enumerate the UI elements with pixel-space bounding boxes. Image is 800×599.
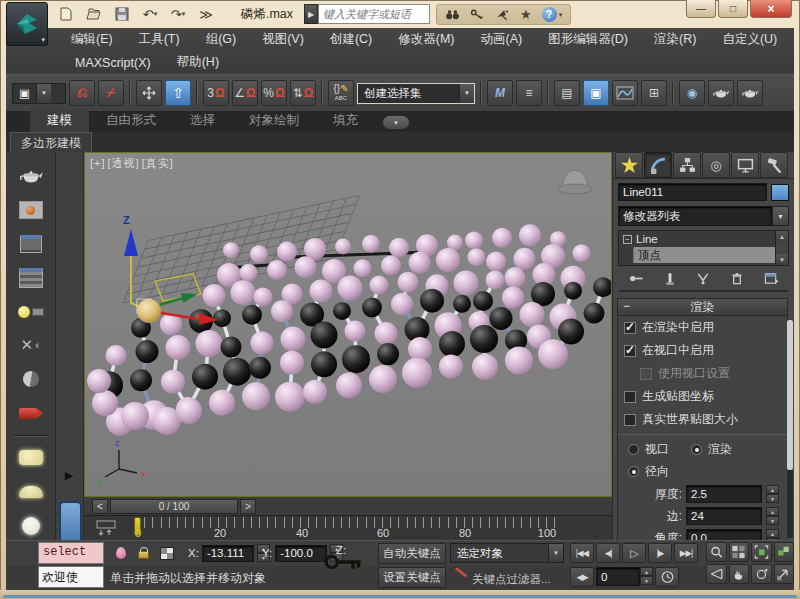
real-world-map-size-checkbox[interactable]: [624, 414, 636, 426]
modifier-list-dropdown[interactable]: 修改器列表: [618, 206, 772, 226]
selection-filter-dropdown[interactable]: ▣ ▼: [12, 83, 66, 104]
minimize-button[interactable]: —: [686, 0, 716, 18]
mini-curve-editor-button[interactable]: [96, 520, 116, 536]
pin-stack-button[interactable]: [624, 268, 648, 288]
menu-modifiers[interactable]: 修改器(M): [385, 29, 467, 50]
gizmo-y-arrow[interactable]: [181, 293, 198, 303]
ribbon-tab-populate[interactable]: 填充: [316, 109, 375, 132]
redo-button[interactable]: ↷▾: [166, 4, 190, 24]
macro-recorder-field[interactable]: select: [38, 542, 104, 564]
search-input[interactable]: [318, 4, 430, 24]
maximize-viewport-toggle[interactable]: [774, 564, 795, 584]
radial-radio[interactable]: [628, 466, 639, 477]
modifier-list-arrow[interactable]: ▼: [772, 206, 789, 226]
render-radio-item[interactable]: 渲染: [691, 441, 732, 458]
selection-set-combobox[interactable]: 选定对象 ▼: [450, 543, 564, 563]
set-keys-key-icon[interactable]: [324, 547, 364, 577]
layout-tabs-arrow[interactable]: ▶: [60, 466, 78, 484]
rollout-collapse-icon[interactable]: −: [623, 299, 630, 313]
audio-video-mute-button[interactable]: ✕◖: [11, 331, 51, 360]
zoom-all-button[interactable]: [729, 542, 750, 562]
auto-key-button[interactable]: 自动关键点: [378, 543, 446, 564]
tab-create[interactable]: [615, 152, 643, 178]
percent-snap-toggle-button[interactable]: %Ω: [261, 80, 287, 106]
undo-button[interactable]: ↶▾: [138, 4, 162, 24]
configure-modifier-sets-button[interactable]: [759, 268, 783, 288]
radial-radio-item[interactable]: 径向: [618, 460, 787, 483]
go-to-start-button[interactable]: |◀◀: [570, 543, 594, 563]
time-configuration-button[interactable]: [655, 567, 679, 587]
search-binoculars-icon[interactable]: [445, 8, 460, 21]
save-file-button[interactable]: [110, 4, 134, 24]
key-mode-toggle[interactable]: ◀▶: [570, 567, 594, 587]
ribbon-tab-modeling[interactable]: 建模: [30, 109, 89, 132]
thickness-field[interactable]: 2.5: [686, 485, 762, 503]
panel-scrollbar-thumb[interactable]: [787, 320, 793, 470]
gizmo-x-arrow[interactable]: [199, 313, 218, 325]
communication-center-icon[interactable]: [495, 8, 510, 21]
panel-scrollbar[interactable]: [787, 320, 793, 538]
enable-in-viewport-checkbox[interactable]: [624, 345, 636, 357]
application-menu-button[interactable]: ▾: [6, 2, 48, 46]
tab-display[interactable]: [731, 152, 759, 178]
frame-spinner[interactable]: ▲▼: [640, 567, 653, 587]
menu-create[interactable]: 创建(C): [317, 29, 385, 50]
previous-frame-button[interactable]: ◀|: [596, 543, 620, 563]
enable-in-renderer-checkbox[interactable]: [624, 322, 636, 334]
selected-vertex[interactable]: [137, 299, 161, 323]
rendered-frame-window-button[interactable]: [708, 80, 734, 106]
select-object-button[interactable]: ⇧: [165, 80, 191, 106]
menu-animation[interactable]: 动画(A): [467, 29, 535, 50]
orbit-button[interactable]: [751, 564, 772, 584]
dome-light-button[interactable]: [11, 477, 51, 506]
viewport-menu-plus[interactable]: [+]: [90, 157, 106, 169]
enable-in-viewport-row[interactable]: 在视口中启用: [618, 339, 787, 362]
generate-mapping-coords-checkbox[interactable]: [624, 391, 636, 403]
tab-hierarchy[interactable]: [673, 152, 701, 178]
real-world-map-size-row[interactable]: 真实世界贴图大小: [618, 408, 787, 431]
open-file-button[interactable]: [82, 4, 106, 24]
show-end-result-button[interactable]: [658, 268, 682, 288]
gizmo-z-arrow[interactable]: [124, 229, 138, 256]
menu-help[interactable]: 帮助(H): [164, 52, 232, 73]
maxscript-listener-button[interactable]: [11, 230, 51, 259]
render-setup-button[interactable]: ◉: [679, 80, 705, 106]
subscription-key-icon[interactable]: [470, 8, 485, 21]
unlink-selection-button[interactable]: ⌿: [98, 80, 124, 106]
perspective-viewport[interactable]: [+][透视][真实]: [84, 152, 612, 497]
schematic-view-button[interactable]: ⊞: [641, 80, 667, 106]
absolute-mode-toggle[interactable]: [158, 545, 176, 561]
help-button[interactable]: ? ▾: [542, 7, 563, 22]
light-lister-button[interactable]: [11, 297, 51, 326]
viewport-radio-item[interactable]: 视口: [628, 441, 669, 458]
search-go-button[interactable]: ▶: [304, 4, 318, 24]
x-coordinate-field[interactable]: -13.111: [202, 545, 254, 562]
next-frame-button[interactable]: |▶: [648, 543, 672, 563]
render-production-button[interactable]: [737, 80, 763, 106]
notification-balloon-icon[interactable]: [112, 545, 130, 561]
selection-lock-toggle[interactable]: [134, 545, 152, 561]
parameter-editor-button[interactable]: [11, 263, 51, 292]
sides-spinner[interactable]: ▲▼: [766, 507, 779, 525]
ribbon-panel-polygon-modeling[interactable]: 多边形建模: [10, 132, 92, 154]
video-camera-button[interactable]: [11, 399, 51, 428]
favorites-star-icon[interactable]: ★: [520, 8, 532, 21]
stack-scrollbar[interactable]: ▲ ▼: [775, 231, 788, 265]
menu-tools[interactable]: 工具(T): [126, 29, 193, 50]
mirror-button[interactable]: M: [487, 80, 513, 106]
menu-edit[interactable]: 编辑(E): [58, 29, 126, 50]
object-name-field[interactable]: Line011: [618, 183, 767, 201]
snap-toggle-3d-button[interactable]: 3Ω: [203, 80, 229, 106]
zoom-extents-button[interactable]: [751, 542, 772, 562]
help-dropdown-arrow[interactable]: ▾: [559, 11, 563, 19]
thickness-spinner[interactable]: ▲▼: [766, 485, 779, 503]
viewport-pov-label[interactable]: [透视]: [108, 157, 140, 169]
scene-explorer-button[interactable]: ▣: [583, 80, 609, 106]
angle-snap-toggle-button[interactable]: ∠Ω: [232, 80, 258, 106]
tree-collapse-icon[interactable]: −: [623, 235, 632, 244]
combo-arrow[interactable]: ▼: [548, 544, 563, 562]
ribbon-collapse-button[interactable]: ▾: [383, 116, 409, 129]
spinner-snap-toggle-button[interactable]: ⇅Ω: [290, 80, 316, 106]
previous-frame-arrow[interactable]: <: [92, 499, 108, 514]
next-frame-arrow[interactable]: >: [240, 499, 256, 514]
